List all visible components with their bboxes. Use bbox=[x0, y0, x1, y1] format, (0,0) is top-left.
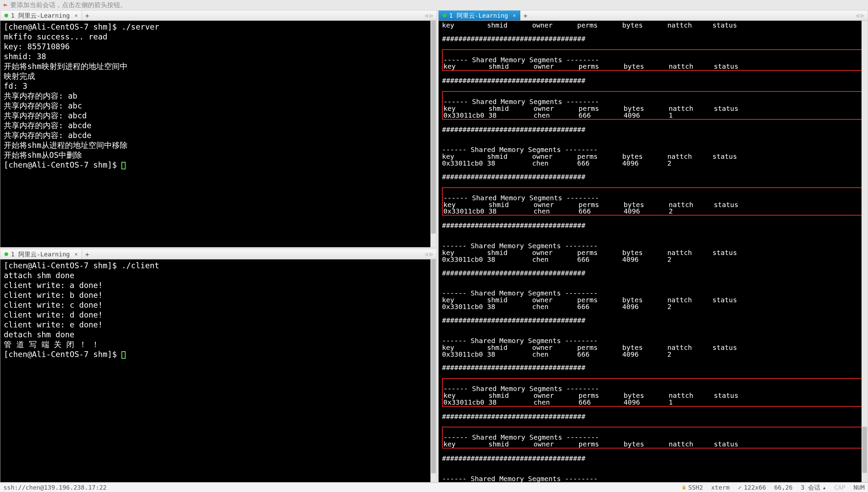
lock-icon bbox=[682, 485, 686, 490]
client-pane: 1 阿里云-Learning × + ◁ ▷ [chen@Ali-CentOS-… bbox=[0, 249, 437, 482]
client-tab-bar: 1 阿里云-Learning × + ◁ ▷ bbox=[0, 249, 437, 259]
status-dot-icon bbox=[4, 14, 8, 17]
tab-client[interactable]: 1 阿里云-Learning × bbox=[0, 249, 82, 259]
status-num: NUM bbox=[853, 484, 865, 491]
ipcs-row: 0x33011cb0 38 chen 666 4096 2 bbox=[443, 208, 863, 215]
hash-line: ################################### bbox=[442, 126, 864, 133]
ipcs-cols: key shmid owner perms bytes nattch statu… bbox=[442, 22, 864, 29]
hash-line: ################################### bbox=[442, 317, 864, 324]
hint-bar: 要添加当前会话，点击左侧的箭头按钮。 bbox=[0, 0, 868, 10]
hint-text: 要添加当前会话，点击左侧的箭头按钮。 bbox=[10, 1, 127, 10]
client-terminal[interactable]: [chen@Ali-CentOS-7 shm]$ ./client attach… bbox=[0, 259, 437, 482]
tab-label: 1 阿里云-Learning bbox=[449, 12, 508, 20]
ipcs-row: 0x33011cb0 38 chen 666 4096 1 bbox=[443, 399, 863, 406]
nav-left-icon[interactable]: ◁ bbox=[856, 12, 859, 19]
ipcs-tab-bar: 1 阿里云-Learning × + ◁ ▷ bbox=[439, 11, 868, 21]
hash-line: ################################### bbox=[442, 174, 864, 181]
ipcs-row: 0x33011cb0 38 chen 666 4096 1 bbox=[443, 112, 863, 119]
status-dot-icon bbox=[443, 14, 446, 17]
add-tab-button[interactable]: + bbox=[520, 11, 530, 20]
tab-ipcs[interactable]: 1 阿里云-Learning × bbox=[439, 11, 520, 20]
nav-arrows: ◁ ▷ bbox=[425, 249, 437, 259]
highlighted-block: ------ Shared Memory Segments --------ke… bbox=[442, 427, 864, 448]
status-connection: ssh://chen@139.196.238.17:22 bbox=[3, 484, 107, 491]
highlighted-block: ------ Shared Memory Segments --------ke… bbox=[442, 91, 864, 120]
nav-right-icon[interactable]: ▷ bbox=[430, 12, 433, 19]
status-dot-icon bbox=[4, 252, 8, 256]
ipcs-row: 0x33011cb0 38 chen 666 4096 2 bbox=[442, 304, 864, 310]
right-column: 1 阿里云-Learning × + ◁ ▷ key shmid owner p… bbox=[438, 10, 868, 482]
status-cursor: 66,26 bbox=[774, 484, 792, 491]
status-size: ⤢ 122x66 bbox=[738, 484, 766, 491]
hash-line: ################################### bbox=[442, 36, 864, 43]
cursor-icon bbox=[121, 351, 126, 359]
server-tab-bar: 1 阿里云-Learning × + ◁ ▷ bbox=[0, 11, 437, 21]
hash-line: ################################### bbox=[442, 78, 864, 84]
status-cap: CAP bbox=[834, 484, 846, 491]
nav-right-icon[interactable]: ▷ bbox=[430, 251, 433, 257]
hash-line: ################################### bbox=[442, 270, 864, 277]
ipcs-cols: key shmid owner perms bytes nattch statu… bbox=[443, 441, 863, 448]
add-tab-button[interactable]: + bbox=[82, 249, 92, 259]
ipcs-terminal[interactable]: key shmid owner perms bytes nattch statu… bbox=[439, 21, 868, 482]
server-output: [chen@Ali-CentOS-7 shm]$ ./server mkfifo… bbox=[4, 22, 159, 169]
close-icon[interactable]: × bbox=[513, 13, 516, 19]
scrollbar-thumb[interactable] bbox=[862, 427, 867, 473]
ipcs-row: 0x33011cb0 38 chen 666 4096 2 bbox=[442, 351, 864, 358]
status-bar: ssh://chen@139.196.238.17:22 SSH2 xterm … bbox=[0, 482, 868, 492]
nav-left-icon[interactable]: ◁ bbox=[425, 251, 428, 257]
nav-left-icon[interactable]: ◁ bbox=[425, 12, 428, 19]
left-column: 1 阿里云-Learning × + ◁ ▷ [chen@Ali-CentOS-… bbox=[0, 10, 437, 482]
status-sessions[interactable]: 3 会话 ▴ bbox=[801, 483, 826, 492]
nav-right-icon[interactable]: ▷ bbox=[861, 12, 864, 19]
ipcs-row: 0x33011cb0 38 chen 666 4096 2 bbox=[442, 160, 864, 167]
tab-server[interactable]: 1 阿里云-Learning × bbox=[0, 11, 82, 20]
hash-line: ################################### bbox=[442, 222, 864, 229]
chevron-up-icon: ▴ bbox=[822, 484, 826, 491]
main-splitter: 1 阿里云-Learning × + ◁ ▷ [chen@Ali-CentOS-… bbox=[0, 10, 868, 482]
highlighted-block: ------ Shared Memory Segments --------ke… bbox=[442, 49, 864, 71]
scrollbar[interactable] bbox=[430, 21, 437, 247]
add-tab-button[interactable]: + bbox=[82, 11, 92, 20]
highlighted-block: ------ Shared Memory Segments --------ke… bbox=[442, 187, 864, 216]
close-icon[interactable]: × bbox=[75, 13, 78, 19]
scrollbar-thumb[interactable] bbox=[431, 21, 436, 234]
scrollbar[interactable] bbox=[430, 259, 437, 482]
hash-line: ################################### bbox=[442, 413, 864, 420]
cursor-icon bbox=[121, 162, 126, 169]
client-output: [chen@Ali-CentOS-7 shm]$ ./client attach… bbox=[4, 261, 159, 359]
tab-label: 1 阿里云-Learning bbox=[11, 12, 70, 20]
ipcs-cols: key shmid owner perms bytes nattch statu… bbox=[443, 63, 863, 70]
nav-arrows: ◁ ▷ bbox=[425, 11, 437, 20]
status-term: xterm bbox=[711, 484, 730, 491]
highlighted-block: ------ Shared Memory Segments --------ke… bbox=[442, 378, 864, 407]
server-terminal[interactable]: [chen@Ali-CentOS-7 shm]$ ./server mkfifo… bbox=[0, 21, 437, 247]
hash-line: ################################### bbox=[442, 364, 864, 371]
status-proto: SSH2 bbox=[682, 484, 703, 491]
nav-arrows: ◁ ▷ bbox=[856, 11, 868, 20]
close-icon[interactable]: × bbox=[75, 251, 78, 257]
ipcs-row: 0x33011cb0 38 chen 666 4096 2 bbox=[442, 256, 864, 263]
arrow-hint-icon bbox=[2, 2, 8, 8]
resize-icon: ⤢ bbox=[738, 485, 742, 490]
scrollbar-thumb[interactable] bbox=[431, 259, 436, 473]
ipcs-pane: 1 阿里云-Learning × + ◁ ▷ key shmid owner p… bbox=[438, 10, 868, 482]
scrollbar[interactable] bbox=[862, 21, 868, 482]
tab-label: 1 阿里云-Learning bbox=[11, 250, 70, 258]
server-pane: 1 阿里云-Learning × + ◁ ▷ [chen@Ali-CentOS-… bbox=[0, 10, 437, 248]
hash-line: ################################### bbox=[442, 455, 864, 462]
